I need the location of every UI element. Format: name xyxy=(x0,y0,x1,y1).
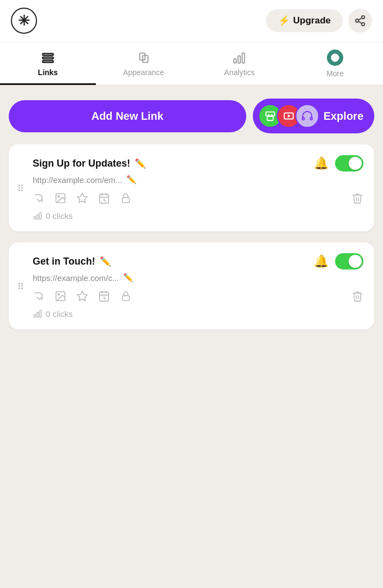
svg-marker-30 xyxy=(77,193,87,203)
svg-marker-19 xyxy=(288,114,291,118)
explore-icon-headphone xyxy=(295,104,319,128)
lock-icon-2[interactable] xyxy=(120,290,132,302)
svg-rect-12 xyxy=(242,53,245,63)
card-top-right-1: 🔔 xyxy=(314,155,363,171)
header: ✳ ⚡ Upgrade xyxy=(0,0,383,42)
svg-point-27 xyxy=(21,189,23,191)
main-content: Add New Link xyxy=(0,85,383,342)
schedule-icon-2[interactable] xyxy=(98,290,110,302)
title-edit-icon-2[interactable]: ✏️ xyxy=(100,256,111,267)
tab-links[interactable]: Links xyxy=(0,42,96,85)
card-top-2: Get in Touch! ✏️ 🔔 xyxy=(33,253,363,270)
card-action-icons-1 xyxy=(33,192,132,204)
card-url-1: http://example.com/em... xyxy=(33,175,122,185)
lock-icon-1[interactable] xyxy=(120,192,132,204)
action-row: Add New Link xyxy=(9,99,374,133)
svg-rect-54 xyxy=(37,313,39,317)
svg-point-42 xyxy=(21,285,23,286)
stats-icon-1 xyxy=(33,211,42,220)
svg-rect-7 xyxy=(42,60,53,62)
upgrade-label: Upgrade xyxy=(293,15,331,26)
svg-rect-38 xyxy=(40,212,41,219)
svg-point-25 xyxy=(21,187,23,188)
tab-appearance-label: Appearance xyxy=(123,68,165,77)
link-card-2: Get in Touch! ✏️ 🔔 https://example.com/c… xyxy=(9,242,374,329)
svg-rect-35 xyxy=(123,198,130,203)
svg-rect-37 xyxy=(37,215,39,219)
svg-point-39 xyxy=(19,283,20,284)
video-icon xyxy=(283,110,295,122)
delete-icon-1[interactable] xyxy=(351,192,363,204)
svg-point-26 xyxy=(19,189,20,191)
card-actions-1 xyxy=(33,192,363,204)
svg-rect-52 xyxy=(123,296,130,301)
svg-rect-55 xyxy=(40,310,41,317)
card-url-2: https://example.com/c... xyxy=(33,273,119,283)
share-button[interactable] xyxy=(348,9,372,33)
clicks-1: 0 clicks xyxy=(46,211,72,220)
nav-tabs: Links Appearance Analytics More xyxy=(0,42,383,85)
add-new-link-label: Add New Link xyxy=(92,110,163,122)
card-top-1: Sign Up for Updates! ✏️ 🔔 xyxy=(33,155,363,171)
image-icon-1[interactable] xyxy=(54,192,66,204)
card-title-2: Get in Touch! xyxy=(33,256,95,267)
svg-point-40 xyxy=(21,283,23,284)
svg-line-4 xyxy=(358,18,362,20)
explore-icons xyxy=(258,104,319,128)
svg-rect-6 xyxy=(42,57,53,59)
analytics-icon xyxy=(232,51,246,65)
svg-rect-5 xyxy=(42,53,53,55)
card-title-1: Sign Up for Updates! xyxy=(33,158,130,169)
svg-marker-47 xyxy=(77,291,87,301)
redirect-icon-2[interactable] xyxy=(33,290,45,302)
svg-point-23 xyxy=(21,185,23,186)
star-icon-2[interactable] xyxy=(76,290,88,302)
globe-icon xyxy=(330,53,340,63)
url-edit-icon-1[interactable]: ✏️ xyxy=(126,175,137,185)
card-url-row-1: http://example.com/em... ✏️ xyxy=(33,175,363,185)
add-new-link-button[interactable]: Add New Link xyxy=(9,100,246,132)
explore-button[interactable]: Explore xyxy=(253,99,374,133)
tab-analytics[interactable]: Analytics xyxy=(192,42,288,85)
bell-icon-1[interactable]: 🔔 xyxy=(314,156,329,170)
tab-appearance[interactable]: Appearance xyxy=(96,42,192,85)
card-actions-2 xyxy=(33,290,363,302)
svg-point-14 xyxy=(333,54,337,62)
title-edit-icon-1[interactable]: ✏️ xyxy=(135,158,146,169)
svg-point-46 xyxy=(58,293,59,295)
svg-point-22 xyxy=(19,185,20,186)
share-icon xyxy=(354,15,366,27)
svg-point-43 xyxy=(19,287,20,289)
card-content-1: Sign Up for Updates! ✏️ 🔔 http://example… xyxy=(33,155,363,220)
svg-point-41 xyxy=(19,285,20,286)
url-edit-icon-2[interactable]: ✏️ xyxy=(123,273,133,283)
card-stats-2: 0 clicks xyxy=(33,309,363,318)
svg-rect-21 xyxy=(310,118,312,120)
toggle-knob-2 xyxy=(349,255,362,268)
card-top-right-2: 🔔 xyxy=(314,253,363,270)
headphone-icon xyxy=(301,110,313,122)
toggle-2[interactable] xyxy=(335,253,363,270)
appearance-icon xyxy=(137,51,151,65)
tab-more[interactable]: More xyxy=(287,42,383,85)
drag-handle-2[interactable] xyxy=(9,253,33,318)
delete-icon-2[interactable] xyxy=(351,290,363,302)
store-icon xyxy=(264,110,276,122)
redirect-icon-1[interactable] xyxy=(33,192,45,204)
image-icon-2[interactable] xyxy=(54,290,66,302)
toggle-1[interactable] xyxy=(335,155,363,171)
card-action-icons-2 xyxy=(33,290,132,302)
svg-point-24 xyxy=(19,187,20,188)
star-icon-1[interactable] xyxy=(76,192,88,204)
upgrade-button[interactable]: ⚡ Upgrade xyxy=(266,9,343,32)
drag-handle-1[interactable] xyxy=(9,155,33,220)
bell-icon-2[interactable]: 🔔 xyxy=(314,254,329,268)
svg-rect-36 xyxy=(34,217,35,219)
toggle-knob-1 xyxy=(349,157,362,170)
svg-rect-11 xyxy=(238,56,240,63)
schedule-icon-1[interactable] xyxy=(98,192,110,204)
svg-point-29 xyxy=(58,195,59,197)
svg-line-3 xyxy=(358,21,362,23)
drag-dots-icon xyxy=(17,182,25,194)
card-title-row-1: Sign Up for Updates! ✏️ xyxy=(33,158,146,169)
